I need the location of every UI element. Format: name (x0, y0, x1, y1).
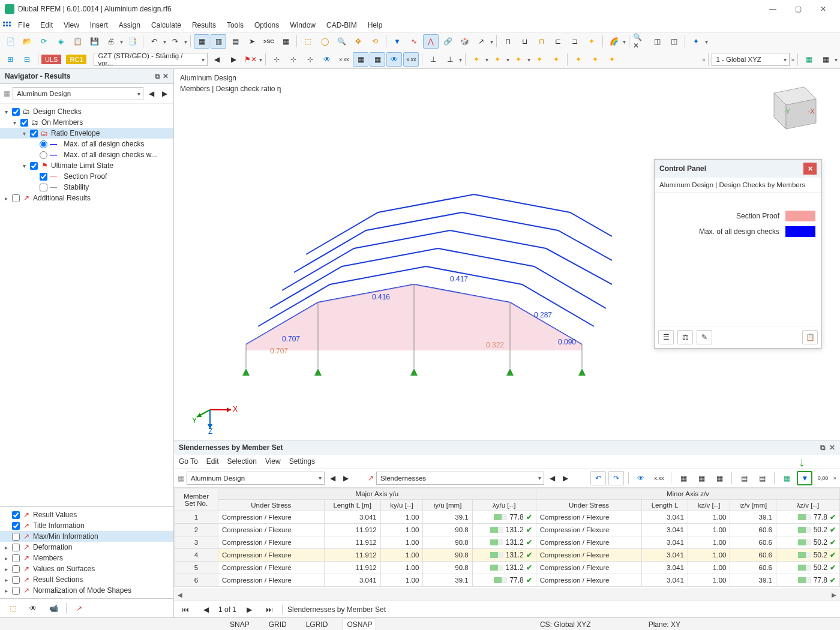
res2-icon[interactable]: ⊹ (286, 52, 301, 67)
sparkle4-icon[interactable]: ✦ (532, 52, 547, 67)
item-maxmin[interactable]: Max/Min Information (33, 532, 98, 541)
tree-radio-maxallw[interactable] (40, 151, 47, 159)
sparkle6-icon[interactable]: ✦ (571, 52, 586, 67)
tree-maxallw[interactable]: Max. of all design checks w... (64, 151, 157, 159)
refresh-icon[interactable]: ⟳ (36, 34, 52, 49)
search-icon[interactable]: 🔍✕ (632, 34, 648, 49)
th-lam1[interactable]: λy/u [--] (472, 500, 536, 511)
item-members[interactable]: Members (33, 554, 63, 562)
colormap-icon[interactable]: 🌈 (606, 34, 622, 49)
tree-toggle[interactable]: ▸ (2, 587, 10, 594)
tb-g1-icon[interactable]: ▦ (676, 471, 691, 485)
support1-icon[interactable]: ⊥ (425, 52, 441, 67)
redo-icon[interactable]: ↷ (167, 34, 183, 49)
tree-cb-designchecks[interactable] (12, 108, 20, 116)
view3-icon[interactable]: ▤ (227, 34, 243, 49)
cb-surfaces[interactable] (12, 565, 20, 573)
tree-radio-maxall[interactable] (40, 140, 47, 148)
panel-close-icon[interactable]: ✕ (163, 72, 169, 80)
lasso-icon[interactable]: ◯ (317, 34, 332, 49)
cb-normalize[interactable] (12, 587, 20, 595)
cb-deformation[interactable] (12, 544, 20, 551)
status-grid[interactable]: GRID (265, 619, 291, 631)
results-table[interactable]: Member Set No. Major Axis y/u Minor Axis… (174, 488, 840, 587)
footer-tab1-icon[interactable]: ⬚ (5, 601, 20, 616)
tree-stability[interactable]: Stability (64, 183, 89, 191)
select-icon[interactable]: ⬚ (300, 34, 316, 49)
print-icon[interactable]: 🖨 (103, 34, 119, 49)
window1-icon[interactable]: ⊞ (2, 52, 18, 67)
pan-icon[interactable]: ✥ (350, 34, 366, 49)
grid1-icon[interactable]: ▦ (353, 52, 368, 67)
tree-toggle[interactable]: ▸ (2, 195, 10, 202)
res3-icon[interactable]: ⊹ (302, 52, 318, 67)
pager-next-icon[interactable]: ▶ (241, 602, 257, 617)
results-menu-selection[interactable]: Selection (227, 457, 257, 466)
cb-maxmin[interactable] (12, 533, 20, 541)
tb-g4-icon[interactable]: ▤ (736, 471, 752, 485)
th-memberset[interactable]: Member Set No. (175, 488, 218, 511)
results-menu-edit[interactable]: Edit (206, 457, 219, 466)
results-combo1-next[interactable]: ▶ (340, 471, 351, 485)
tree-maxall[interactable]: Max. of all design checks (64, 140, 144, 148)
loadcase-dropdown[interactable]: GZT (STR/GEO) - Ständig / vor... (94, 53, 208, 66)
flag-del-icon[interactable]: ⚑✕ (242, 52, 258, 67)
dice-icon[interactable]: 🎲 (457, 34, 472, 49)
menu-cadbim[interactable]: CAD-BIM (322, 19, 362, 31)
xxx1-icon[interactable]: x.xx (336, 52, 352, 67)
graph2-icon[interactable]: ⋀ (423, 34, 439, 49)
tb-g2-icon[interactable]: ▦ (694, 471, 709, 485)
next-lc-icon[interactable]: ▶ (226, 52, 241, 67)
sparkle8-icon[interactable]: ✦ (604, 52, 620, 67)
span3-icon[interactable]: ⊓ (533, 34, 549, 49)
script-icon[interactable]: >SC (261, 34, 277, 49)
badge-rc1[interactable]: RC1 (66, 55, 86, 64)
tree-ratioenvelope[interactable]: Ratio Envelope (51, 129, 100, 137)
calc-icon[interactable]: ▦ (278, 34, 293, 49)
item-sections[interactable]: Result Sections (33, 575, 83, 584)
th-minor[interactable]: Minor Axis z/v (536, 488, 839, 500)
tb-back-icon[interactable]: ↶ (590, 471, 606, 485)
tb-export-icon[interactable]: ▦ (779, 471, 794, 485)
window2-icon[interactable]: ⊟ (19, 52, 35, 67)
cp-edit-icon[interactable]: ✎ (697, 330, 712, 344)
cb-sections[interactable] (12, 576, 20, 584)
tree-onmembers[interactable]: On Members (41, 118, 83, 127)
menu-calculate[interactable]: Calculate (146, 19, 186, 31)
cs-dropdown[interactable]: 1 - Global XYZ (712, 53, 790, 66)
th-i1[interactable]: iy/u [mm] (423, 500, 472, 511)
panel-pin-icon[interactable]: ⧉ (155, 72, 160, 80)
tree-additional[interactable]: Additional Results (33, 194, 91, 202)
view1-icon[interactable]: ▦ (194, 34, 209, 49)
results-combo2[interactable]: Slendernesses (376, 472, 544, 485)
app-menu-icon[interactable] (2, 20, 12, 30)
results-combo2-prev[interactable]: ◀ (547, 471, 557, 485)
span4-icon[interactable]: ⊏ (550, 34, 566, 49)
tree-uls[interactable]: Ultimate Limit State (51, 161, 113, 170)
th-us2[interactable]: Under Stress (536, 500, 642, 511)
prev-lc-icon[interactable]: ◀ (209, 52, 224, 67)
menu-tools[interactable]: Tools (222, 19, 248, 31)
res1-icon[interactable]: ⊹ (269, 52, 284, 67)
cube1-icon[interactable]: ◫ (649, 34, 665, 49)
maximize-button[interactable]: ▢ (786, 1, 810, 17)
cube2-icon[interactable]: ◫ (666, 34, 682, 49)
footer-graph-icon[interactable]: ↗ (71, 601, 87, 616)
end1-icon[interactable]: ▦ (801, 52, 817, 67)
report-icon[interactable]: 📑 (124, 34, 140, 49)
th-lam2[interactable]: λz/v [--] (776, 500, 839, 511)
span5-icon[interactable]: ⊐ (567, 34, 583, 49)
tree-toggle[interactable]: ▸ (2, 577, 10, 583)
table-row[interactable]: 3Compression / Flexure11.9121.0090.8131.… (175, 536, 840, 549)
star-icon[interactable]: ✦ (584, 34, 599, 49)
menu-options[interactable]: Options (250, 19, 284, 31)
filter-icon[interactable]: ▼ (389, 34, 405, 49)
span2-icon[interactable]: ⊔ (517, 34, 532, 49)
th-k2[interactable]: kz/v [--] (688, 500, 730, 511)
menu-edit[interactable]: Edit (35, 19, 58, 31)
tree-cb-onmembers[interactable] (20, 119, 28, 127)
results-combo2-next[interactable]: ▶ (560, 471, 571, 485)
status-osnap[interactable]: OSNAP (343, 619, 376, 631)
table-row[interactable]: 4Compression / Flexure11.9121.0090.8131.… (175, 549, 840, 562)
results-menu-view[interactable]: View (265, 457, 281, 466)
